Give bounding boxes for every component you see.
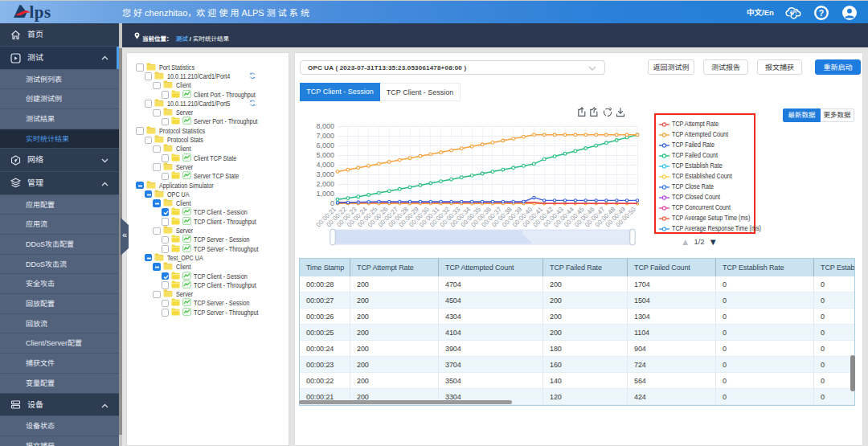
svg-text:3,000: 3,000	[316, 170, 334, 178]
svg-text:lps: lps	[30, 2, 51, 22]
svg-text:5,000: 5,000	[316, 151, 334, 159]
svg-text:2,000: 2,000	[316, 180, 334, 188]
svg-text:6,000: 6,000	[316, 141, 334, 149]
svg-text:?: ?	[819, 8, 824, 18]
svg-text:1,000: 1,000	[316, 190, 334, 198]
svg-text:7,000: 7,000	[316, 132, 334, 140]
svg-text:8,000: 8,000	[316, 122, 334, 130]
svg-text:4,000: 4,000	[316, 161, 334, 169]
